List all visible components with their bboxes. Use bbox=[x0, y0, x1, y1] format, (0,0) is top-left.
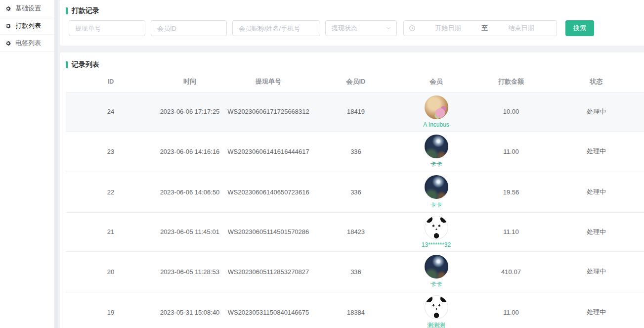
sidebar: 基础设置 打款列表 电签列表 bbox=[0, 0, 54, 328]
title-accent-bar bbox=[66, 7, 68, 14]
table-row: 20 2023-06-05 11:28:53 WS202306051128532… bbox=[66, 251, 644, 292]
cell-id: 21 bbox=[66, 212, 156, 251]
withdraw-order-input[interactable] bbox=[69, 20, 145, 36]
col-header-status: 状态 bbox=[549, 71, 644, 92]
cell-order-no: WS20230531150840146675 bbox=[224, 292, 313, 328]
records-table-body: 24 2023-06-06 17:17:25 WS202306061717256… bbox=[66, 92, 644, 328]
table-row: 21 2023-06-05 11:45:01 WS202306051145015… bbox=[66, 212, 644, 251]
col-header-order-no: 提现单号 bbox=[224, 71, 313, 92]
sidebar-item-payment-list[interactable]: 打款列表 bbox=[0, 17, 54, 35]
cell-id: 19 bbox=[66, 292, 156, 328]
sidebar-item-label: 电签列表 bbox=[15, 39, 41, 47]
cell-status: 处理中 bbox=[549, 172, 644, 212]
gear-icon bbox=[5, 23, 11, 29]
member-avatar bbox=[425, 295, 448, 319]
app-root: 基础设置 打款列表 电签列表 打款记录 bbox=[0, 0, 644, 328]
main-content: 打款记录 提现状态 开始日期 至 结束日期 bbox=[58, 0, 644, 328]
member-name-link[interactable]: A Incubus bbox=[423, 121, 449, 128]
cell-member: 测测测 bbox=[399, 292, 473, 328]
table-row: 19 2023-05-31 15:08:40 WS202305311508401… bbox=[66, 292, 644, 328]
col-header-time: 时间 bbox=[156, 71, 224, 92]
col-header-id: ID bbox=[66, 71, 156, 92]
cell-time: 2023-05-31 15:08:40 bbox=[156, 292, 224, 328]
record-list-title: 记录列表 bbox=[72, 60, 99, 69]
table-row: 24 2023-06-06 17:17:25 WS202306061717256… bbox=[66, 92, 644, 131]
cell-status: 处理中 bbox=[549, 292, 644, 328]
cell-member-id: 336 bbox=[313, 172, 399, 212]
member-info-input[interactable] bbox=[232, 20, 320, 36]
member-avatar bbox=[425, 175, 448, 199]
date-range-separator: 至 bbox=[478, 24, 491, 33]
cell-status: 处理中 bbox=[549, 131, 644, 172]
member-name-link[interactable]: 卡卡 bbox=[430, 281, 442, 289]
gear-icon bbox=[5, 5, 11, 12]
member-avatar bbox=[425, 216, 448, 239]
cell-time: 2023-06-05 11:45:01 bbox=[156, 212, 224, 251]
cell-member-id: 18423 bbox=[313, 212, 399, 251]
cell-amount: 19.56 bbox=[473, 172, 549, 212]
record-section-title: 记录列表 bbox=[66, 60, 644, 69]
cell-order-no: WS20230606171725668312 bbox=[224, 92, 313, 131]
cell-member: 卡卡 bbox=[399, 131, 473, 172]
cell-time: 2023-06-06 14:06:50 bbox=[156, 172, 224, 212]
filter-section-title: 打款记录 bbox=[66, 6, 638, 15]
member-avatar bbox=[425, 135, 448, 158]
cell-member: 卡卡 bbox=[399, 251, 473, 292]
sidebar-item-basic-settings[interactable]: 基础设置 bbox=[0, 0, 54, 17]
end-date-field[interactable]: 结束日期 bbox=[491, 24, 552, 33]
cell-status: 处理中 bbox=[549, 92, 644, 131]
cell-member-id: 336 bbox=[313, 251, 399, 292]
filter-card: 打款记录 提现状态 开始日期 至 结束日期 bbox=[60, 0, 644, 46]
member-avatar bbox=[425, 255, 448, 279]
start-date-field[interactable]: 开始日期 bbox=[418, 24, 478, 33]
member-name-link[interactable]: 卡卡 bbox=[430, 160, 442, 169]
cell-order-no: WS20230606141616444617 bbox=[224, 131, 313, 172]
cell-order-no: WS20230605112853270827 bbox=[224, 251, 313, 292]
cell-id: 23 bbox=[66, 131, 156, 172]
withdraw-status-select[interactable]: 提现状态 bbox=[325, 20, 397, 36]
cell-order-no: WS20230605114501570286 bbox=[224, 212, 313, 251]
sidebar-item-esign-list[interactable]: 电签列表 bbox=[0, 35, 54, 52]
member-id-input[interactable] bbox=[151, 20, 227, 36]
clock-icon bbox=[409, 25, 416, 32]
cell-status: 处理中 bbox=[549, 251, 644, 292]
table-row: 22 2023-06-06 14:06:50 WS202306061406507… bbox=[66, 172, 644, 212]
withdraw-status-select-placeholder: 提现状态 bbox=[332, 24, 357, 33]
col-header-amount: 打款金额 bbox=[473, 71, 549, 92]
sidebar-item-label: 打款列表 bbox=[15, 21, 41, 30]
filter-title: 打款记录 bbox=[72, 6, 99, 15]
table-row: 23 2023-06-06 14:16:16 WS202306061416164… bbox=[66, 131, 644, 172]
cell-member: A Incubus bbox=[399, 92, 473, 131]
cell-time: 2023-06-05 11:28:53 bbox=[156, 251, 224, 292]
sidebar-item-label: 基础设置 bbox=[15, 4, 41, 13]
records-table: ID 时间 提现单号 会员ID 会员 打款金额 状态 24 2023-06-06… bbox=[66, 71, 644, 328]
cell-time: 2023-06-06 14:16:16 bbox=[156, 131, 224, 172]
member-name-link[interactable]: 13*******32 bbox=[422, 241, 451, 248]
member-name-link[interactable]: 测测测 bbox=[428, 321, 445, 328]
member-avatar bbox=[425, 95, 448, 119]
gear-icon bbox=[5, 40, 11, 47]
sidebar-divider-strip bbox=[54, 0, 58, 328]
member-name-link[interactable]: 卡卡 bbox=[430, 201, 442, 209]
cell-order-no: WS20230606140650723616 bbox=[224, 172, 313, 212]
cell-member: 13*******32 bbox=[399, 212, 473, 251]
record-list-card: 记录列表 ID 时间 提现单号 会员ID 会员 打款金额 状态 bbox=[60, 52, 644, 328]
search-button[interactable]: 搜索 bbox=[565, 20, 594, 36]
col-header-member-id: 会员ID bbox=[313, 71, 399, 92]
cell-id: 22 bbox=[66, 172, 156, 212]
title-accent-bar bbox=[66, 61, 68, 68]
cell-time: 2023-06-06 17:17:25 bbox=[156, 92, 224, 131]
filter-row: 提现状态 开始日期 至 结束日期 搜索 bbox=[66, 20, 638, 36]
chevron-down-icon bbox=[386, 25, 391, 31]
records-table-header: ID 时间 提现单号 会员ID 会员 打款金额 状态 bbox=[66, 71, 644, 92]
cell-amount: 11.10 bbox=[473, 212, 549, 251]
cell-member-id: 336 bbox=[313, 131, 399, 172]
cell-amount: 10.00 bbox=[473, 92, 549, 131]
cell-id: 24 bbox=[66, 92, 156, 131]
date-range-picker[interactable]: 开始日期 至 结束日期 bbox=[403, 20, 557, 36]
cell-id: 20 bbox=[66, 251, 156, 292]
cell-amount: 11.00 bbox=[473, 131, 549, 172]
cell-member-id: 18384 bbox=[313, 292, 399, 328]
col-header-member: 会员 bbox=[399, 71, 473, 92]
cell-status: 处理中 bbox=[549, 212, 644, 251]
